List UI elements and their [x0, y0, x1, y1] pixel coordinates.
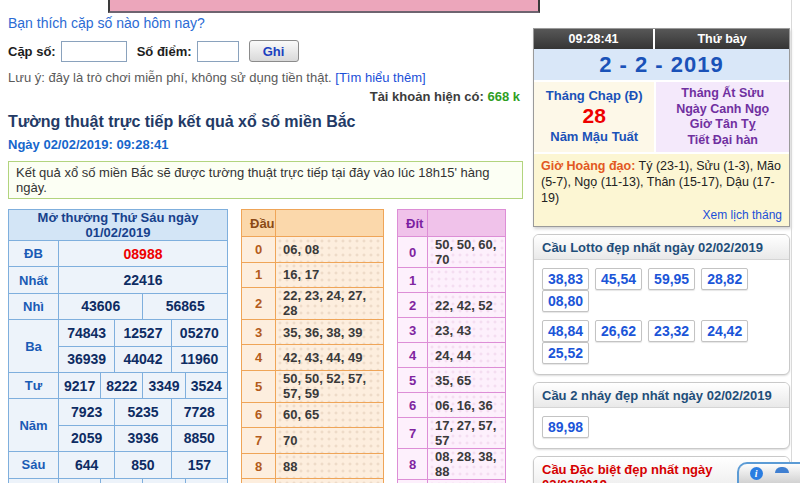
learn-more-link[interactable]: [Tìm hiểu thêm]: [335, 70, 425, 85]
numbers-cell: 35, 36, 38, 39: [276, 319, 384, 345]
prize-row: Bảy52380857: [9, 478, 228, 483]
lotto-pair[interactable]: 23,32: [648, 320, 695, 342]
digit-cell: 8: [398, 449, 428, 480]
lotto-pair[interactable]: 08,80: [542, 290, 589, 312]
prize-number: 74843: [59, 320, 115, 346]
sidebar: 09:28:41 Thứ bảy 2 - 2 - 2019 Tháng Chạp…: [533, 28, 790, 483]
double-section-title: Cầu 2 nháy đẹp nhất ngày 02/02/2019: [534, 383, 789, 408]
digit-row: 660, 65: [242, 402, 384, 428]
lotto-pair[interactable]: 25,52: [542, 342, 589, 364]
numbers-cell: 70: [276, 428, 384, 454]
clock-time: 09:28:41: [534, 29, 655, 49]
lunar-month: Tháng Chạp (Đ): [534, 87, 654, 104]
prize-number: 05270: [171, 320, 227, 346]
numbers-cell: 35, 65: [428, 368, 506, 393]
prize-label: Sáu: [9, 452, 59, 478]
page-title: Tường thuật trực tiếp kết quả xổ số miền…: [8, 113, 523, 131]
canchi-hour: Giờ Tân Tỵ: [656, 117, 789, 133]
balance-value: 668 k: [487, 89, 520, 104]
ad-banner[interactable]: [108, 0, 540, 13]
numbers-cell: 88: [276, 453, 384, 479]
canchi-month: Tháng Ất Sửu: [656, 86, 789, 102]
person-icon[interactable]: [774, 466, 789, 482]
digit-row: 808, 28, 38, 88: [398, 449, 506, 480]
results-area: Mở thưởng Thứ Sáu ngày 01/02/2019 ĐB0898…: [8, 209, 523, 483]
view-month-link[interactable]: Xem lịch tháng: [541, 207, 782, 223]
prize-number: 11960: [171, 346, 227, 372]
canchi-term: Tiết Đại hàn: [656, 133, 789, 149]
prize-number: 157: [171, 452, 227, 478]
digit-cell: 9: [398, 480, 428, 483]
chip-row: 48,8426,6223,3224,4225,52: [542, 320, 781, 364]
digit-row: 888: [242, 453, 384, 479]
prize-row: Ba748431252705270: [9, 320, 228, 346]
prize-number: 08: [143, 478, 185, 483]
balance-label: Tài khoản hiện có:: [370, 89, 484, 104]
pair-question: Bạn thích cặp số nào hôm nay?: [8, 15, 523, 31]
numbers-cell: 22, 23, 24, 27, 28: [276, 288, 384, 320]
pair-input[interactable]: [61, 41, 127, 62]
prize-label: Tư: [9, 372, 59, 398]
lotto-pair[interactable]: 59,95: [648, 268, 695, 290]
numbers-cell: 22, 42, 52: [428, 293, 506, 318]
prize-row: Tư9217822233493524: [9, 372, 228, 398]
numbers-cell: 60, 65: [276, 402, 384, 428]
digit-cell: 5: [398, 368, 428, 393]
lotto-pair[interactable]: 89,98: [542, 416, 589, 438]
digit-row: 050, 50, 60, 70: [398, 237, 506, 268]
lotto-pair[interactable]: 38,83: [542, 268, 589, 290]
prize-number: 08988: [59, 241, 228, 267]
numbers-cell: 50, 50, 52, 57, 57, 59: [276, 370, 384, 402]
points-input[interactable]: [197, 41, 239, 62]
digit-row: 535, 65: [398, 368, 506, 393]
digit-cell: 2: [398, 293, 428, 318]
digit-row: 006, 08: [242, 237, 384, 263]
numbers-cell: 39, 49, 59: [428, 480, 506, 483]
lucky-hours: Giờ Hoàng đạo: Tý (23-1), Sửu (1-3), Mão…: [534, 152, 789, 226]
numbers-cell: 24, 44: [428, 343, 506, 368]
digit-cell: 5: [242, 370, 276, 402]
prize-number: 3349: [143, 372, 185, 398]
prize-number: 8222: [101, 372, 143, 398]
digit-cell: 7: [398, 418, 428, 449]
lucky-hours-label: Giờ Hoàng đạo:: [541, 159, 635, 173]
lotto-pair[interactable]: 26,62: [595, 320, 642, 342]
lunar-year: Năm Mậu Tuất: [534, 128, 654, 145]
weekday: Thứ bảy: [655, 29, 789, 49]
numbers-cell: 50, 50, 60, 70: [428, 237, 506, 268]
digit-row: 606, 16, 36: [398, 393, 506, 418]
prize-number: 8850: [171, 425, 227, 451]
digit-row: 442, 43, 44, 49: [242, 345, 384, 371]
prize-row: ĐB08988: [9, 241, 228, 267]
digit-row: 1: [398, 268, 506, 293]
lotto-pair[interactable]: 28,82: [701, 268, 748, 290]
numbers-cell: 17, 27, 57, 57: [428, 418, 506, 449]
digit-cell: 6: [242, 402, 276, 428]
account-balance: Tài khoản hiện có: 668 k: [8, 89, 520, 104]
calendar-header: 09:28:41 Thứ bảy: [534, 29, 789, 49]
chat-widget[interactable]: i: [737, 462, 800, 483]
prize-number: 57: [185, 478, 227, 483]
digit-row: 770: [242, 428, 384, 454]
prize-label: Bảy: [9, 478, 59, 483]
info-icon[interactable]: i: [750, 467, 763, 480]
prize-number: 644: [59, 452, 115, 478]
main-content: Bạn thích cặp số nào hôm nay? Cặp số: Số…: [8, 15, 523, 483]
prize-row: Năm792352357728: [9, 399, 228, 425]
lotto-pair[interactable]: 48,84: [542, 320, 589, 342]
numbers-cell: 06, 08: [276, 237, 384, 263]
digit-cell: 4: [242, 345, 276, 371]
prize-label: Ba: [9, 320, 59, 373]
double-section-body: 89,98: [534, 408, 789, 448]
tail-table-title: Đít: [398, 210, 428, 237]
prize-number: 3524: [185, 372, 227, 398]
digit-row: 939, 49, 59: [398, 480, 506, 483]
prize-number: 56865: [143, 293, 228, 319]
lotto-section-title: Cầu Lotto đẹp nhất ngày 02/02/2019: [534, 235, 789, 260]
lotto-pair[interactable]: 24,42: [701, 320, 748, 342]
prize-number: 38: [101, 478, 143, 483]
prize-number: 22416: [59, 267, 228, 293]
submit-button[interactable]: Ghi: [249, 40, 299, 62]
lotto-section: Cầu Lotto đẹp nhất ngày 02/02/2019 38,83…: [533, 234, 790, 375]
lotto-pair[interactable]: 45,54: [595, 268, 642, 290]
